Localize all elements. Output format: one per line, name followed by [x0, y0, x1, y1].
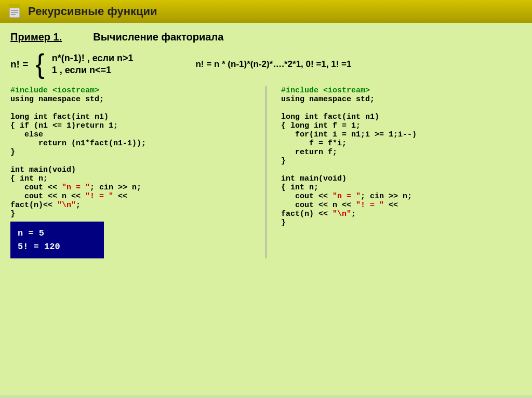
left-func: long int fact(int n1)	[10, 113, 109, 121]
example-title: Вычисление факториала	[93, 31, 223, 43]
left-using: using namespace std;	[10, 95, 104, 104]
left-main5: }	[10, 210, 15, 218]
right-main2: cout << "n = "; cin >> n;	[281, 192, 412, 201]
right-code-column: #include <iostream> using namespace std;…	[281, 86, 522, 258]
right-main5: }	[281, 218, 286, 227]
right-include: #include <iostream>	[281, 86, 370, 95]
right-main3: cout << n << "! = " <<	[281, 201, 398, 210]
terminal-box: n = 5 5! = 120	[10, 222, 104, 258]
terminal-line2: 5! = 120	[18, 240, 97, 254]
example-header: Пример 1. Вычисление факториала	[10, 31, 522, 43]
left-include: #include <iostream>	[10, 86, 99, 95]
header: Рекурсивные функции	[0, 0, 532, 23]
left-main4: fact(n)<< "\n";	[10, 201, 81, 210]
right-using: using namespace std;	[281, 95, 375, 104]
left-body2: else	[10, 130, 43, 139]
right-main1: { int n;	[281, 183, 318, 192]
main-content: Пример 1. Вычисление факториала n! = { n…	[0, 23, 532, 395]
right-body5: }	[281, 157, 286, 166]
formula-cases: n*(n-1)! , если n>1 1 , если n<=1	[52, 53, 134, 76]
right-main4: fact(n) << "\n";	[281, 210, 356, 218]
formula-section: n! = { n*(n-1)! , если n>1 1 , если n<=1…	[10, 51, 522, 77]
right-body4: return f;	[281, 148, 337, 157]
left-main3: cout << n << "! = " <<	[10, 192, 127, 201]
formula-rhs: n! = n * (n-1)*(n-2)*….*2*1, 0! =1, 1! =…	[195, 59, 351, 70]
left-code-column: #include <iostream> using namespace std;…	[10, 86, 251, 258]
left-main: int main(void)	[10, 166, 76, 174]
right-body3: f = f*i;	[281, 139, 347, 148]
right-body1: { long int f = 1;	[281, 121, 361, 130]
column-divider	[265, 86, 267, 258]
right-body2: for(int i = n1;i >= 1;i--)	[281, 130, 417, 139]
brace-icon: {	[35, 51, 47, 77]
formula-case2: 1 , если n<=1	[52, 65, 134, 76]
formula-lhs: n! =	[10, 59, 28, 70]
content-columns: #include <iostream> using namespace std;…	[10, 86, 522, 258]
right-main: int main(void)	[281, 174, 347, 183]
left-main1: { int n;	[10, 174, 48, 183]
right-code-block: #include <iostream> using namespace std;…	[281, 86, 522, 227]
document-icon	[8, 4, 23, 19]
svg-rect-1	[9, 4, 20, 8]
formula-case1: n*(n-1)! , если n>1	[52, 53, 134, 64]
terminal-line1: n = 5	[18, 227, 97, 240]
formula-left: n! = { n*(n-1)! , если n>1 1 , если n<=1	[10, 51, 133, 77]
example-label: Пример 1.	[10, 31, 62, 43]
left-main2: cout << "n = "; cin >> n;	[10, 183, 141, 192]
left-body3: return (n1*fact(n1-1));	[10, 139, 146, 148]
left-body1: { if (n1 <= 1)return 1;	[10, 121, 118, 130]
left-body4: }	[10, 148, 15, 157]
left-code-block: #include <iostream> using namespace std;…	[10, 86, 251, 218]
right-func: long int fact(int n1)	[281, 113, 379, 121]
page-title: Рекурсивные функции	[28, 5, 157, 18]
